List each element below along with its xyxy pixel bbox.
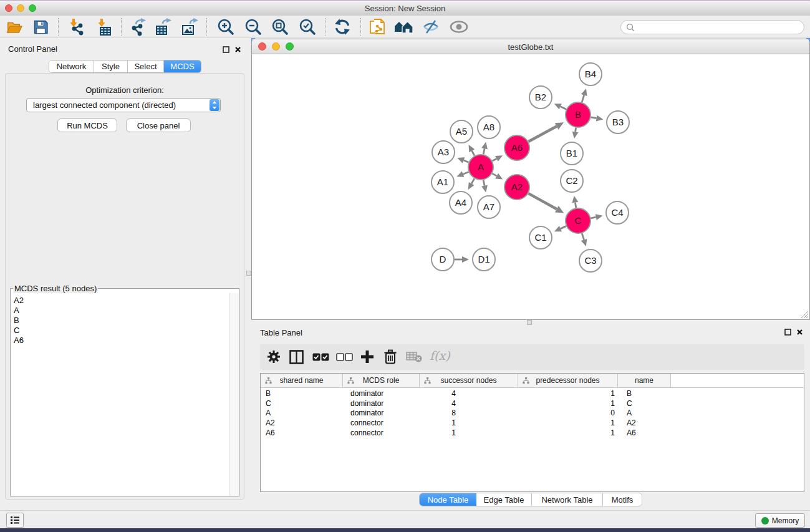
run-mcds-button[interactable]: Run MCDS [57, 118, 117, 132]
column-header-successor-nodes[interactable]: successor nodes [420, 374, 518, 387]
list-icon [10, 516, 20, 525]
arrowhead-B-B3 [596, 115, 604, 122]
graph-node-label-C2: C2 [566, 175, 577, 186]
table-row-A2[interactable]: A2connector11A2 [261, 418, 804, 428]
delete-table-button[interactable] [405, 348, 423, 365]
table-settings-button[interactable] [265, 348, 282, 365]
arrowhead-C-C2 [572, 196, 578, 203]
mcds-result-scrollbar[interactable] [229, 293, 239, 496]
edge-A-A2 [492, 173, 496, 176]
memory-button[interactable]: Memory [755, 513, 805, 528]
tab-edge-table[interactable]: Edge Table [476, 493, 532, 506]
import-table-button[interactable] [94, 17, 114, 36]
unselect-all-columns-button[interactable] [335, 348, 354, 365]
zoom-selected-button[interactable] [297, 17, 317, 36]
table-row-A6[interactable]: A6connector11A6 [261, 428, 804, 438]
delete-column-button[interactable] [382, 348, 399, 365]
export-image-button[interactable] [180, 17, 200, 36]
arrowhead-B-B1 [572, 132, 579, 139]
vertical-splitter-knob[interactable] [246, 271, 251, 276]
mcds-result-item[interactable]: A [11, 306, 239, 316]
show-column-panel-button[interactable] [287, 348, 305, 365]
export-network-button[interactable] [129, 17, 149, 36]
graph-node-label-A5: A5 [456, 126, 467, 137]
graph-node-label-A8: A8 [483, 122, 494, 132]
graph-node-label-A1: A1 [437, 177, 448, 187]
graph-node-label-A6: A6 [511, 142, 523, 153]
hide-selected-button[interactable] [420, 17, 441, 36]
arrowhead-C-C3 [581, 239, 587, 246]
graph-node-label-C4: C4 [611, 207, 623, 218]
tab-network-table[interactable]: Network Table [532, 493, 603, 506]
criterion-select[interactable]: largest connected component (directed) [26, 98, 221, 112]
tab-network[interactable]: Network [49, 60, 94, 72]
open-session-button[interactable] [5, 17, 24, 36]
zoom-in-icon [216, 17, 235, 36]
show-log-button[interactable] [6, 513, 24, 528]
refresh-button[interactable] [332, 17, 352, 36]
save-icon [32, 19, 49, 36]
zoom-out-button[interactable] [243, 17, 263, 36]
zoom-selected-icon [298, 17, 317, 36]
column-header-shared-name[interactable]: shared name [261, 374, 343, 387]
close-panel-icon[interactable] [234, 46, 241, 53]
plus-icon [360, 350, 374, 364]
table-row-A[interactable]: Adominator80A [261, 408, 804, 418]
import-network-button[interactable] [66, 17, 86, 36]
tab-mcds[interactable]: MCDS [164, 60, 201, 72]
edge-A-A7 [483, 180, 485, 186]
column-header-MCDS-role[interactable]: MCDS role [343, 374, 420, 387]
zoom-fit-button[interactable] [270, 17, 290, 36]
edge-C-C1 [561, 226, 566, 229]
main-toolbar [0, 16, 810, 37]
delete-table-icon [406, 351, 422, 362]
table-close-icon[interactable] [796, 329, 803, 336]
column-header-predecessor-nodes[interactable]: predecessor nodes [518, 374, 618, 387]
edge-A-A1 [463, 172, 469, 174]
edge-B-B1 [576, 128, 576, 132]
graph-node-label-C: C [575, 215, 582, 226]
tab-style[interactable]: Style [94, 60, 128, 72]
arrowhead-A-A8 [481, 142, 488, 150]
mcds-result-item[interactable]: B [11, 316, 239, 326]
create-column-button[interactable] [359, 348, 376, 365]
desktop-edge-bottom [0, 528, 810, 532]
tab-select[interactable]: Select [128, 60, 164, 72]
float-panel-icon[interactable] [223, 46, 229, 53]
close-panel-button[interactable]: Close panel [126, 118, 191, 132]
frame-corner-topright [806, 38, 810, 42]
table-row-C[interactable]: Cdominator41C [261, 399, 804, 409]
mcds-result-item[interactable]: A2 [11, 296, 239, 306]
edge-A-A6 [493, 158, 497, 161]
graph-node-label-B4: B4 [585, 69, 596, 79]
function-builder-button[interactable]: f(x) [430, 349, 450, 362]
select-all-columns-button[interactable] [311, 348, 330, 365]
resize-grip-icon[interactable] [801, 311, 809, 319]
titlebar[interactable]: Session: New Session [0, 1, 810, 16]
show-graphics-details-button[interactable] [448, 17, 470, 36]
edge-C-C3 [582, 233, 584, 240]
table-float-icon[interactable] [784, 329, 791, 336]
column-header-name[interactable]: name [618, 374, 671, 387]
new-network-from-selection-button[interactable] [367, 17, 387, 36]
select-stepper [210, 99, 219, 111]
network-window-title: testGlobe.txt [252, 39, 809, 54]
application-window: Session: New Session [0, 0, 810, 532]
tab-motifs[interactable]: Motifs [603, 493, 642, 506]
search-input[interactable] [637, 21, 799, 33]
export-table-button[interactable] [153, 17, 173, 36]
mcds-result-box: MCDS result (5 nodes) A2ABCA6 [10, 284, 239, 496]
refresh-icon [334, 18, 351, 36]
mcds-result-item[interactable]: A6 [11, 336, 239, 346]
network-window-titlebar[interactable]: testGlobe.txt [252, 39, 809, 54]
edge-A-A5 [472, 151, 475, 156]
table-row-B[interactable]: Bdominator41B [261, 389, 804, 399]
network-canvas[interactable]: B4B2BB3A5A8A6B1A3AC2A1A2A4A7C4CC1C3DD1 [252, 54, 809, 319]
tab-node-table[interactable]: Node Table [420, 493, 476, 506]
zoom-in-button[interactable] [216, 17, 236, 36]
save-session-button[interactable] [31, 17, 50, 36]
mcds-result-item[interactable]: C [11, 326, 239, 336]
horizontal-splitter-knob[interactable] [527, 320, 532, 325]
show-hide-panels-button[interactable] [393, 17, 415, 36]
search-box[interactable] [620, 20, 804, 34]
